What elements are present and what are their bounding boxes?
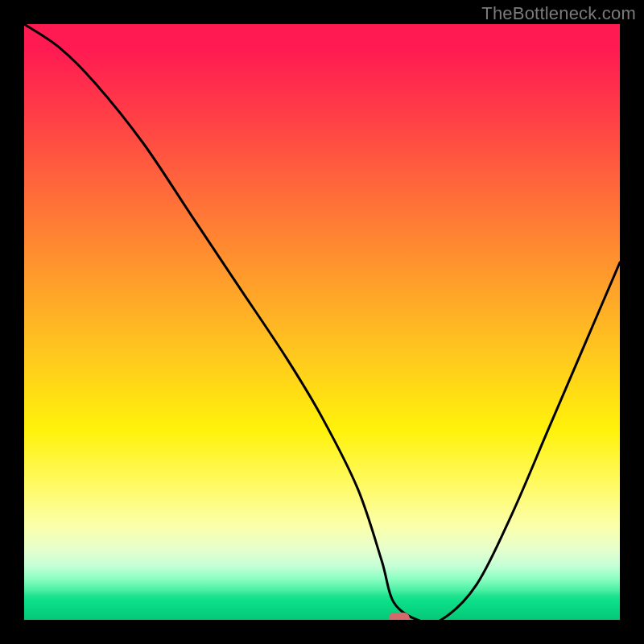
watermark-text: TheBottleneck.com: [481, 3, 636, 24]
optimum-marker: [389, 613, 410, 620]
chart-frame: TheBottleneck.com: [0, 0, 644, 644]
plot-area: [24, 24, 620, 620]
bottleneck-curve: [24, 24, 620, 620]
